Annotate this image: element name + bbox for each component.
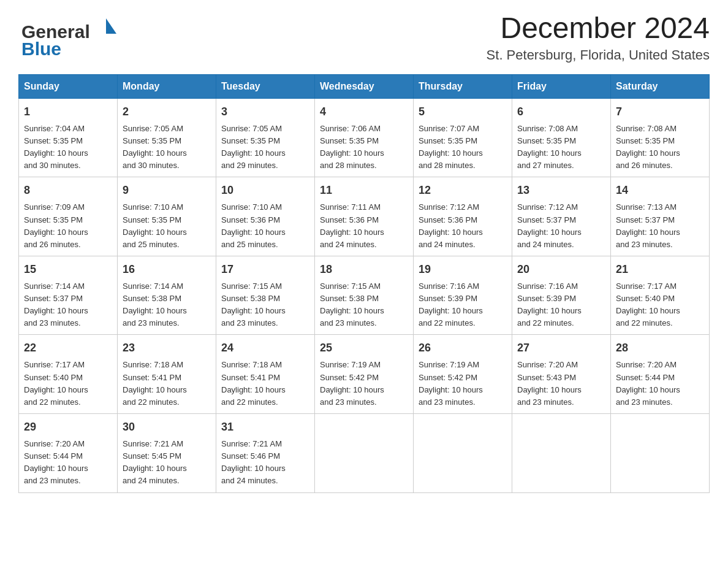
day-number: 26	[419, 340, 507, 356]
day-info: Sunrise: 7:16 AMSunset: 5:39 PMDaylight:…	[419, 280, 507, 330]
col-header-saturday: Saturday	[611, 74, 710, 98]
calendar-cell: 20Sunrise: 7:16 AMSunset: 5:39 PMDayligh…	[512, 256, 611, 335]
page-header: General Blue December 2024 St. Petersbur…	[18, 12, 710, 63]
col-header-tuesday: Tuesday	[216, 74, 315, 98]
calendar-cell: 21Sunrise: 7:17 AMSunset: 5:40 PMDayligh…	[611, 256, 710, 335]
calendar-cell: 22Sunrise: 7:17 AMSunset: 5:40 PMDayligh…	[19, 335, 118, 414]
day-number: 12	[419, 182, 507, 199]
day-number: 27	[517, 340, 605, 356]
day-info: Sunrise: 7:04 AMSunset: 5:35 PMDaylight:…	[24, 123, 112, 172]
day-number: 8	[24, 182, 112, 199]
day-info: Sunrise: 7:12 AMSunset: 5:37 PMDaylight:…	[517, 201, 605, 251]
calendar-cell: 4Sunrise: 7:06 AMSunset: 5:35 PMDaylight…	[315, 98, 414, 177]
day-number: 1	[24, 104, 112, 120]
calendar-cell: 1Sunrise: 7:04 AMSunset: 5:35 PMDaylight…	[19, 98, 118, 177]
day-number: 31	[221, 419, 309, 435]
day-number: 4	[320, 104, 408, 120]
logo: General Blue	[18, 12, 116, 58]
logo-svg: General Blue	[18, 12, 116, 58]
calendar-cell: 24Sunrise: 7:18 AMSunset: 5:41 PMDayligh…	[216, 335, 315, 414]
col-header-monday: Monday	[118, 74, 216, 98]
calendar-cell: 29Sunrise: 7:20 AMSunset: 5:44 PMDayligh…	[19, 414, 118, 493]
day-number: 17	[221, 261, 309, 278]
calendar-cell: 26Sunrise: 7:19 AMSunset: 5:42 PMDayligh…	[414, 335, 512, 414]
calendar-week-row: 8Sunrise: 7:09 AMSunset: 5:35 PMDaylight…	[19, 177, 710, 256]
day-info: Sunrise: 7:16 AMSunset: 5:39 PMDaylight:…	[517, 280, 605, 330]
calendar-cell: 30Sunrise: 7:21 AMSunset: 5:45 PMDayligh…	[118, 414, 216, 493]
col-header-friday: Friday	[512, 74, 611, 98]
calendar-cell	[512, 414, 611, 493]
month-title: December 2024	[487, 12, 710, 45]
calendar-cell: 27Sunrise: 7:20 AMSunset: 5:43 PMDayligh…	[512, 335, 611, 414]
day-info: Sunrise: 7:17 AMSunset: 5:40 PMDaylight:…	[24, 359, 112, 408]
svg-text:Blue: Blue	[21, 39, 61, 58]
day-info: Sunrise: 7:21 AMSunset: 5:45 PMDaylight:…	[123, 438, 211, 488]
day-info: Sunrise: 7:15 AMSunset: 5:38 PMDaylight:…	[320, 280, 408, 330]
calendar-cell: 12Sunrise: 7:12 AMSunset: 5:36 PMDayligh…	[414, 177, 512, 256]
calendar-table: SundayMondayTuesdayWednesdayThursdayFrid…	[18, 74, 710, 493]
day-info: Sunrise: 7:19 AMSunset: 5:42 PMDaylight:…	[419, 359, 507, 408]
col-header-thursday: Thursday	[414, 74, 512, 98]
calendar-week-row: 15Sunrise: 7:14 AMSunset: 5:37 PMDayligh…	[19, 256, 710, 335]
calendar-cell: 5Sunrise: 7:07 AMSunset: 5:35 PMDaylight…	[414, 98, 512, 177]
calendar-cell: 23Sunrise: 7:18 AMSunset: 5:41 PMDayligh…	[118, 335, 216, 414]
calendar-cell: 14Sunrise: 7:13 AMSunset: 5:37 PMDayligh…	[611, 177, 710, 256]
day-number: 10	[221, 182, 309, 199]
day-number: 28	[616, 340, 704, 356]
day-info: Sunrise: 7:17 AMSunset: 5:40 PMDaylight:…	[616, 280, 704, 330]
day-info: Sunrise: 7:20 AMSunset: 5:43 PMDaylight:…	[517, 359, 605, 408]
calendar-cell: 7Sunrise: 7:08 AMSunset: 5:35 PMDaylight…	[611, 98, 710, 177]
calendar-cell: 9Sunrise: 7:10 AMSunset: 5:35 PMDaylight…	[118, 177, 216, 256]
day-number: 22	[24, 340, 112, 356]
day-number: 24	[221, 340, 309, 356]
day-info: Sunrise: 7:05 AMSunset: 5:35 PMDaylight:…	[123, 123, 211, 172]
day-number: 20	[517, 261, 605, 278]
day-number: 9	[123, 182, 211, 199]
location-title: St. Petersburg, Florida, United States	[487, 47, 710, 63]
day-info: Sunrise: 7:07 AMSunset: 5:35 PMDaylight:…	[419, 123, 507, 172]
calendar-week-row: 29Sunrise: 7:20 AMSunset: 5:44 PMDayligh…	[19, 414, 710, 493]
day-info: Sunrise: 7:20 AMSunset: 5:44 PMDaylight:…	[616, 359, 704, 408]
day-number: 19	[419, 261, 507, 278]
day-number: 23	[123, 340, 211, 356]
calendar-week-row: 1Sunrise: 7:04 AMSunset: 5:35 PMDaylight…	[19, 98, 710, 177]
day-info: Sunrise: 7:09 AMSunset: 5:35 PMDaylight:…	[24, 201, 112, 251]
day-number: 16	[123, 261, 211, 278]
day-info: Sunrise: 7:05 AMSunset: 5:35 PMDaylight:…	[221, 123, 309, 172]
calendar-cell: 8Sunrise: 7:09 AMSunset: 5:35 PMDaylight…	[19, 177, 118, 256]
day-info: Sunrise: 7:10 AMSunset: 5:35 PMDaylight:…	[123, 201, 211, 251]
day-number: 29	[24, 419, 112, 435]
day-info: Sunrise: 7:14 AMSunset: 5:37 PMDaylight:…	[24, 280, 112, 330]
day-info: Sunrise: 7:08 AMSunset: 5:35 PMDaylight:…	[517, 123, 605, 172]
day-number: 3	[221, 104, 309, 120]
day-info: Sunrise: 7:10 AMSunset: 5:36 PMDaylight:…	[221, 201, 309, 251]
day-info: Sunrise: 7:18 AMSunset: 5:41 PMDaylight:…	[221, 359, 309, 408]
day-number: 25	[320, 340, 408, 356]
calendar-cell: 11Sunrise: 7:11 AMSunset: 5:36 PMDayligh…	[315, 177, 414, 256]
day-number: 2	[123, 104, 211, 120]
day-info: Sunrise: 7:08 AMSunset: 5:35 PMDaylight:…	[616, 123, 704, 172]
calendar-cell: 10Sunrise: 7:10 AMSunset: 5:36 PMDayligh…	[216, 177, 315, 256]
calendar-cell: 6Sunrise: 7:08 AMSunset: 5:35 PMDaylight…	[512, 98, 611, 177]
calendar-cell	[414, 414, 512, 493]
day-number: 7	[616, 104, 704, 120]
calendar-cell: 15Sunrise: 7:14 AMSunset: 5:37 PMDayligh…	[19, 256, 118, 335]
day-info: Sunrise: 7:20 AMSunset: 5:44 PMDaylight:…	[24, 438, 112, 488]
calendar-cell	[315, 414, 414, 493]
col-header-wednesday: Wednesday	[315, 74, 414, 98]
day-number: 13	[517, 182, 605, 199]
calendar-cell	[611, 414, 710, 493]
day-number: 6	[517, 104, 605, 120]
day-info: Sunrise: 7:21 AMSunset: 5:46 PMDaylight:…	[221, 438, 309, 488]
calendar-cell: 25Sunrise: 7:19 AMSunset: 5:42 PMDayligh…	[315, 335, 414, 414]
calendar-cell: 2Sunrise: 7:05 AMSunset: 5:35 PMDaylight…	[118, 98, 216, 177]
title-area: December 2024 St. Petersburg, Florida, U…	[487, 12, 710, 63]
day-number: 15	[24, 261, 112, 278]
day-number: 11	[320, 182, 408, 199]
calendar-week-row: 22Sunrise: 7:17 AMSunset: 5:40 PMDayligh…	[19, 335, 710, 414]
day-info: Sunrise: 7:15 AMSunset: 5:38 PMDaylight:…	[221, 280, 309, 330]
calendar-cell: 28Sunrise: 7:20 AMSunset: 5:44 PMDayligh…	[611, 335, 710, 414]
day-info: Sunrise: 7:14 AMSunset: 5:38 PMDaylight:…	[123, 280, 211, 330]
day-info: Sunrise: 7:11 AMSunset: 5:36 PMDaylight:…	[320, 201, 408, 251]
calendar-header-row: SundayMondayTuesdayWednesdayThursdayFrid…	[19, 74, 710, 98]
